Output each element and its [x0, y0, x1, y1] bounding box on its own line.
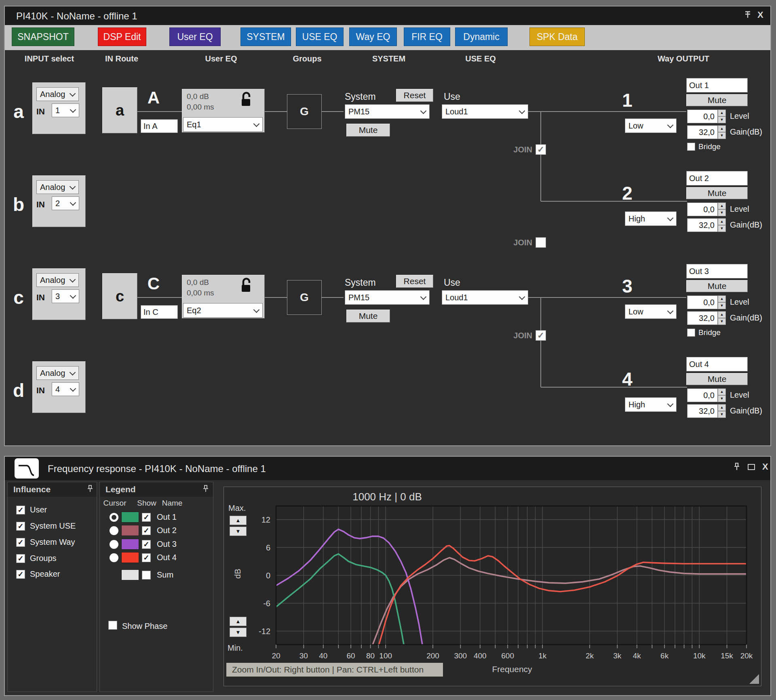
xover-select-2[interactable]: High [625, 211, 677, 226]
route-name-input-A[interactable]: In A [141, 119, 178, 133]
mute-button-system[interactable]: Mute [346, 124, 390, 137]
level-spinner-4-up[interactable]: ▲ [718, 388, 726, 395]
level-spinner-1-up[interactable]: ▲ [718, 110, 726, 116]
reset-button[interactable]: Reset [396, 275, 433, 288]
level-spinner-2-up[interactable]: ▲ [718, 202, 726, 209]
influence-checkbox-groups[interactable]: ✓ [16, 554, 25, 563]
gain-value-2[interactable]: 32,0 [687, 218, 718, 232]
level-spinner-1[interactable]: ▲▼ [718, 110, 726, 123]
gain-value-4[interactable]: 32,0 [687, 404, 718, 418]
level-spinner-4[interactable]: ▲▼ [718, 388, 726, 402]
resize-grip[interactable] [749, 674, 759, 684]
group-block[interactable]: G [287, 280, 322, 315]
gain-spinner-1-down[interactable]: ▼ [718, 132, 726, 139]
tab-fir-eq[interactable]: FIR EQ [404, 27, 450, 46]
system-preset-select[interactable]: PM15 [345, 290, 430, 305]
mute-button-out-3[interactable]: Mute [686, 280, 748, 292]
output-name-input-4[interactable]: Out 4 [686, 357, 748, 371]
gain-spinner-3-up[interactable]: ▲ [718, 311, 726, 318]
reset-button[interactable]: Reset [396, 89, 433, 102]
tab-spk-data[interactable]: SPK Data [529, 27, 585, 46]
gain-spinner-4-up[interactable]: ▲ [718, 404, 726, 411]
tab-way-eq[interactable]: Way EQ [349, 27, 397, 46]
bridge-checkbox-3[interactable] [687, 329, 695, 337]
legend-cursor-radio-1[interactable] [110, 513, 118, 522]
eq-preset-select-A[interactable]: Eq1 [183, 117, 263, 132]
min-spinner-up[interactable]: ▲ [230, 617, 247, 626]
mute-button-out-2[interactable]: Mute [686, 187, 748, 199]
influence-checkbox-speaker[interactable]: ✓ [16, 570, 25, 579]
tab-user-eq[interactable]: User EQ [169, 27, 221, 46]
use-preset-select[interactable]: Loud1 [442, 290, 528, 305]
min-spinner-down[interactable]: ▼ [230, 628, 247, 637]
gain-spinner-1-up[interactable]: ▲ [718, 125, 726, 132]
gain-value-1[interactable]: 32,0 [687, 125, 718, 139]
xover-select-3[interactable]: Low [625, 304, 677, 319]
level-spinner-3-up[interactable]: ▲ [718, 295, 726, 302]
use-preset-select[interactable]: Loud1 [442, 104, 528, 119]
level-spinner-4-down[interactable]: ▼ [718, 395, 726, 402]
input-channel-select-c[interactable]: 3 [52, 289, 79, 303]
level-value-2[interactable]: 0,0 [687, 202, 718, 216]
max-spinner-down[interactable]: ▼ [230, 527, 247, 536]
level-spinner-1-down[interactable]: ▼ [718, 116, 726, 123]
level-spinner-3-down[interactable]: ▼ [718, 302, 726, 309]
level-value-1[interactable]: 0,0 [687, 110, 718, 123]
tab-system[interactable]: SYSTEM [240, 27, 291, 46]
input-channel-select-d[interactable]: 4 [52, 382, 79, 396]
input-source-select-a[interactable]: Analog [36, 87, 79, 101]
input-channel-select-b[interactable]: 2 [52, 196, 79, 210]
level-spinner-2[interactable]: ▲▼ [718, 202, 726, 216]
input-source-select-d[interactable]: Analog [36, 366, 79, 380]
mute-button-out-4[interactable]: Mute [686, 373, 748, 385]
input-channel-select-a[interactable]: 1 [52, 103, 79, 117]
mute-button-out-1[interactable]: Mute [686, 94, 748, 106]
influence-checkbox-system-use[interactable]: ✓ [16, 522, 25, 531]
mute-button-system[interactable]: Mute [346, 310, 390, 323]
input-source-select-c[interactable]: Analog [36, 273, 79, 287]
pin-icon[interactable] [733, 462, 740, 471]
pin-icon[interactable] [744, 11, 752, 19]
gain-spinner-3[interactable]: ▲▼ [718, 311, 726, 325]
route-name-input-C[interactable]: In C [141, 305, 178, 319]
close-icon[interactable]: X [762, 462, 768, 471]
tab-snapshot[interactable]: SNAPSHOT [12, 27, 74, 46]
show-phase-checkbox[interactable] [108, 621, 117, 630]
legend-cursor-radio-2[interactable] [110, 526, 118, 535]
gain-spinner-4[interactable]: ▲▼ [718, 404, 726, 418]
legend-show-checkbox-4[interactable]: ✓ [142, 553, 151, 562]
join-checkbox-3[interactable]: ✓ [536, 330, 546, 341]
legend-cursor-radio-3[interactable] [110, 540, 118, 549]
gain-spinner-4-down[interactable]: ▼ [718, 411, 726, 418]
max-spinner-up[interactable]: ▲ [230, 516, 247, 525]
system-preset-select[interactable]: PM15 [345, 104, 430, 119]
tab-dsp-edit[interactable]: DSP Edit [98, 27, 146, 46]
gain-value-3[interactable]: 32,0 [687, 311, 718, 325]
xover-select-1[interactable]: Low [625, 118, 677, 133]
level-spinner-3[interactable]: ▲▼ [718, 295, 726, 309]
close-icon[interactable]: X [757, 11, 763, 19]
output-name-input-2[interactable]: Out 2 [686, 171, 748, 186]
output-name-input-1[interactable]: Out 1 [686, 78, 748, 93]
legend-show-checkbox-5[interactable] [142, 571, 151, 580]
gain-spinner-3-down[interactable]: ▼ [718, 318, 726, 325]
legend-show-checkbox-3[interactable]: ✓ [142, 540, 151, 549]
join-checkbox-1[interactable]: ✓ [536, 144, 546, 155]
maximize-icon[interactable] [748, 464, 755, 470]
tab-use-eq[interactable]: USE EQ [296, 27, 344, 46]
input-source-select-b[interactable]: Analog [36, 180, 79, 194]
legend-cursor-radio-4[interactable] [110, 553, 118, 562]
gain-spinner-2[interactable]: ▲▼ [718, 218, 726, 232]
level-spinner-2-down[interactable]: ▼ [718, 209, 726, 216]
join-checkbox-2[interactable] [536, 237, 546, 248]
influence-checkbox-user[interactable]: ✓ [16, 506, 25, 514]
pin-icon[interactable] [203, 485, 209, 493]
legend-show-checkbox-1[interactable]: ✓ [142, 513, 151, 522]
gain-spinner-2-down[interactable]: ▼ [718, 225, 726, 232]
gain-spinner-1[interactable]: ▲▼ [718, 125, 726, 139]
group-block[interactable]: G [287, 94, 322, 129]
xover-select-4[interactable]: High [625, 397, 677, 412]
legend-show-checkbox-2[interactable]: ✓ [142, 526, 151, 535]
output-name-input-3[interactable]: Out 3 [686, 264, 748, 278]
level-value-4[interactable]: 0,0 [687, 388, 718, 402]
